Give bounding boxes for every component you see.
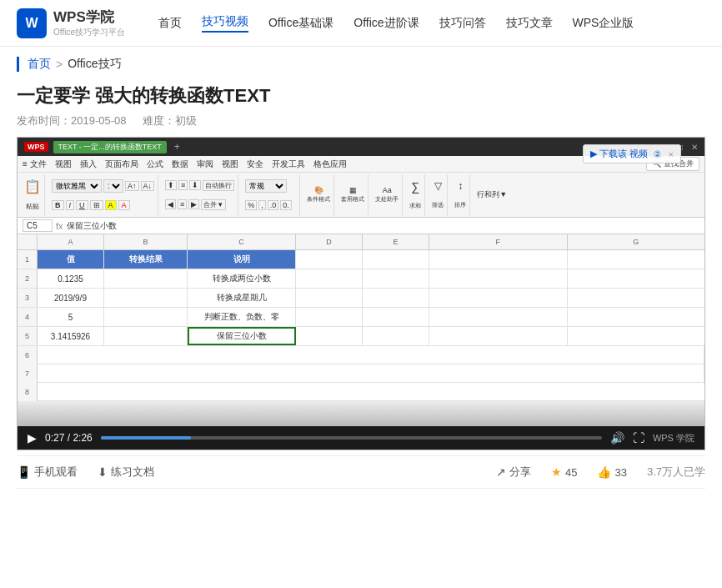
cell-3c[interactable]: 转换成星期几 bbox=[188, 289, 296, 307]
cell-4e[interactable] bbox=[363, 308, 429, 326]
mobile-view-btn[interactable]: 📱 手机观看 bbox=[17, 465, 78, 480]
cell-5b[interactable] bbox=[104, 327, 188, 345]
font-select[interactable]: 微软雅黑 bbox=[52, 179, 102, 193]
fullscreen-button[interactable]: ⛶ bbox=[633, 431, 644, 445]
share-btn[interactable]: ↗ 分享 bbox=[496, 465, 531, 480]
cell-2a[interactable]: 0.1235 bbox=[38, 269, 104, 288]
cell-3a[interactable]: 2019/9/9 bbox=[38, 289, 104, 307]
font-decrease-icon[interactable]: A↓ bbox=[141, 181, 155, 191]
col-header-g[interactable]: G bbox=[568, 234, 705, 249]
cell-ref-box[interactable]: C5 bbox=[23, 219, 53, 232]
border-btn[interactable]: ⊞ bbox=[90, 200, 103, 210]
cell-4g[interactable] bbox=[568, 308, 705, 326]
font-size-select[interactable]: 12 bbox=[103, 179, 123, 193]
col-header-a[interactable]: A bbox=[38, 234, 104, 249]
menu-color[interactable]: 格色应用 bbox=[313, 158, 347, 170]
cell-1b[interactable]: 转换结果 bbox=[104, 250, 188, 269]
nav-item-enterprise[interactable]: WPS企业版 bbox=[573, 16, 634, 31]
cell-5g[interactable] bbox=[568, 327, 705, 345]
align-left-icon[interactable]: ◀ bbox=[165, 199, 176, 209]
progress-bar-container[interactable] bbox=[101, 436, 602, 440]
menu-devtools[interactable]: 开发工具 bbox=[272, 158, 305, 170]
col-header-e[interactable]: E bbox=[363, 234, 429, 249]
cell-2e[interactable] bbox=[363, 269, 429, 288]
menu-view[interactable]: 视图 bbox=[55, 158, 72, 170]
font-increase-icon[interactable]: A↑ bbox=[125, 181, 139, 191]
menu-insert[interactable]: 插入 bbox=[80, 158, 97, 170]
cell-5e[interactable] bbox=[363, 327, 429, 345]
col-header-c[interactable]: C bbox=[188, 234, 296, 249]
cell-1a[interactable]: 值 bbox=[38, 250, 104, 269]
menu-pagelayout[interactable]: 页面布局 bbox=[105, 158, 138, 170]
align-middle-icon[interactable]: ≡ bbox=[178, 180, 188, 190]
nav-item-home[interactable]: 首页 bbox=[158, 16, 182, 31]
nav-item-skills-video[interactable]: 技巧视频 bbox=[202, 14, 248, 33]
menu-formula[interactable]: 公式 bbox=[147, 158, 163, 170]
cell-5a[interactable]: 3.1415926 bbox=[38, 327, 104, 345]
window-close-icon[interactable]: ✕ bbox=[691, 143, 698, 152]
volume-button[interactable]: 🔊 bbox=[610, 431, 624, 445]
cell-1g[interactable] bbox=[568, 250, 705, 269]
align-top-icon[interactable]: ⬆ bbox=[165, 180, 177, 190]
cell-5c-selected[interactable]: 保留三位小数 bbox=[188, 327, 296, 345]
cell-3e[interactable] bbox=[363, 289, 429, 307]
decrease-decimal-btn[interactable]: 0. bbox=[280, 200, 292, 210]
download-video-btn[interactable]: ▶ 下载该 视频 ② × bbox=[583, 144, 682, 163]
download-close-icon[interactable]: × bbox=[669, 149, 674, 159]
align-right-icon[interactable]: ▶ bbox=[188, 199, 199, 209]
download-doc-btn[interactable]: ⬇ 练习文档 bbox=[98, 465, 154, 480]
text-helper-icon[interactable]: Aa文处助手 bbox=[375, 186, 399, 204]
cell-3g[interactable] bbox=[568, 289, 705, 307]
cell-5f[interactable] bbox=[429, 327, 568, 345]
cell-4f[interactable] bbox=[429, 308, 568, 326]
nav-item-qa[interactable]: 技巧问答 bbox=[439, 16, 486, 31]
menu-data[interactable]: 数据 bbox=[172, 158, 188, 170]
number-format-select[interactable]: 常规 bbox=[245, 179, 287, 193]
fill-color-btn[interactable]: A bbox=[105, 200, 117, 210]
cell-5d[interactable] bbox=[296, 327, 363, 345]
sum-icon[interactable]: ∑ bbox=[411, 180, 419, 193]
excel-tab-plus[interactable]: + bbox=[172, 141, 183, 153]
wrap-text-btn[interactable]: 自动换行 bbox=[203, 180, 234, 191]
table-style-icon[interactable]: ▦套用格式 bbox=[341, 186, 364, 204]
cell-4b[interactable] bbox=[104, 308, 188, 326]
cell-6a[interactable] bbox=[38, 346, 704, 364]
cell-1c[interactable]: 说明 bbox=[188, 250, 296, 269]
cell-3b[interactable] bbox=[104, 289, 188, 307]
thousands-btn[interactable]: , bbox=[258, 200, 266, 210]
cell-7a[interactable] bbox=[38, 364, 704, 383]
underline-btn[interactable]: U bbox=[76, 200, 88, 210]
cell-4d[interactable] bbox=[296, 308, 363, 326]
rowcol-icon[interactable]: 行和列▼ bbox=[477, 189, 507, 200]
cell-4c[interactable]: 判断正数、负数、零 bbox=[188, 308, 296, 326]
menu-review[interactable]: 审阅 bbox=[197, 158, 213, 170]
cell-1f[interactable] bbox=[429, 250, 568, 269]
col-header-f[interactable]: F bbox=[429, 234, 568, 249]
cell-2f[interactable] bbox=[429, 269, 568, 288]
nav-item-articles[interactable]: 技巧文章 bbox=[506, 16, 553, 31]
menu-file[interactable]: ≡ 文件 bbox=[23, 158, 47, 170]
font-color-btn[interactable]: A bbox=[118, 200, 130, 210]
cell-3f[interactable] bbox=[429, 289, 568, 307]
play-button[interactable]: ▶ bbox=[28, 431, 37, 445]
cell-1e[interactable] bbox=[363, 250, 429, 269]
cell-4a[interactable]: 5 bbox=[38, 308, 104, 326]
cell-2b[interactable] bbox=[104, 269, 188, 288]
col-header-b[interactable]: B bbox=[104, 234, 188, 249]
menu-security[interactable]: 安全 bbox=[247, 158, 263, 170]
increase-decimal-btn[interactable]: .0 bbox=[268, 200, 279, 210]
merge-btn[interactable]: 合并▼ bbox=[201, 199, 226, 210]
bold-btn[interactable]: B bbox=[52, 200, 64, 210]
cell-8a[interactable] bbox=[38, 383, 704, 401]
menu-view2[interactable]: 视图 bbox=[222, 158, 238, 170]
cond-format-icon[interactable]: 🎨条件格式 bbox=[307, 186, 330, 204]
percent-btn[interactable]: % bbox=[245, 200, 257, 210]
cell-3d[interactable] bbox=[296, 289, 363, 307]
filter-icon[interactable]: ▽ bbox=[434, 180, 442, 192]
cell-2g[interactable] bbox=[568, 269, 705, 288]
align-bottom-icon[interactable]: ⬇ bbox=[189, 180, 201, 190]
sort-icon[interactable]: ↕ bbox=[458, 180, 463, 192]
likes-btn[interactable]: 👍 33 bbox=[597, 465, 626, 479]
excel-tab-active[interactable]: TEXT - 一定...的转换函数TEXT bbox=[53, 141, 167, 153]
col-header-d[interactable]: D bbox=[296, 234, 363, 249]
